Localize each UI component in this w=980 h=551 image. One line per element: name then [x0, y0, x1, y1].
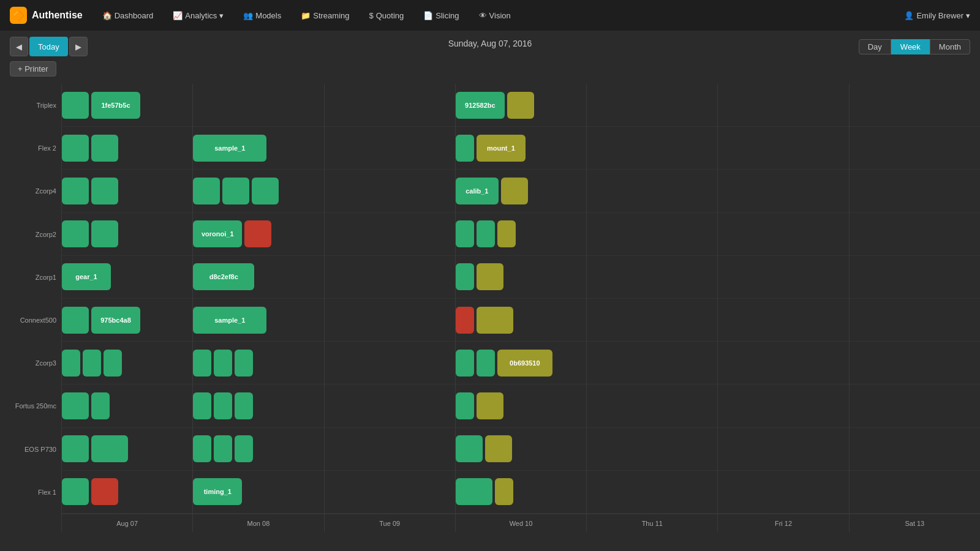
job-block[interactable] [91, 435, 128, 462]
job-block[interactable] [456, 392, 474, 419]
job-block[interactable]: 975bc4a8 [91, 307, 140, 334]
job-block[interactable]: timing_1 [193, 478, 242, 505]
day-column [324, 84, 455, 514]
today-button[interactable]: Today [29, 37, 68, 56]
printer-row-stripe [325, 84, 455, 127]
nav-models[interactable]: 👥 Models [236, 7, 288, 24]
job-block[interactable] [62, 135, 89, 162]
nav-dashboard[interactable]: 🏠 Dashboard [95, 7, 161, 24]
job-block[interactable] [456, 350, 474, 377]
printer-row-stripe [456, 428, 586, 471]
job-block[interactable] [214, 350, 232, 377]
job-block[interactable] [477, 263, 503, 290]
printer-row-stripe [456, 213, 586, 256]
job-block[interactable] [235, 350, 253, 377]
printer-row-stripe [325, 428, 455, 471]
job-block[interactable] [91, 392, 110, 419]
job-block[interactable] [485, 435, 512, 462]
job-block[interactable] [456, 220, 474, 247]
job-block[interactable] [214, 435, 232, 462]
printer-row-stripe: gear_1 [62, 256, 192, 299]
job-block[interactable] [62, 92, 89, 119]
job-block[interactable] [235, 435, 253, 462]
job-block[interactable] [62, 392, 89, 419]
view-month-button[interactable]: Month [930, 39, 970, 54]
job-block[interactable] [91, 178, 118, 204]
job-block[interactable] [477, 392, 503, 419]
nav-vision[interactable]: 👁 Vision [472, 7, 518, 24]
job-block[interactable] [477, 220, 495, 247]
printer-row-stripe: 912582bc [456, 84, 586, 127]
printer-label: Zcorp4 [5, 171, 56, 211]
job-block[interactable] [193, 178, 220, 204]
job-block[interactable] [477, 350, 495, 377]
job-block[interactable] [456, 135, 474, 162]
printer-row-stripe [718, 127, 848, 170]
job-block[interactable]: 1fe57b5c [91, 92, 140, 119]
printer-row-stripe [62, 471, 192, 514]
job-block[interactable] [62, 478, 89, 505]
printer-row-stripe: voronoi_1 [193, 213, 323, 256]
job-block[interactable] [193, 435, 211, 462]
printer-row-stripe [325, 213, 455, 256]
printer-row-stripe [718, 342, 848, 384]
job-block[interactable] [91, 220, 118, 247]
job-block[interactable]: voronoi_1 [193, 220, 242, 247]
job-block[interactable] [214, 392, 232, 419]
job-block[interactable] [497, 220, 516, 247]
next-button[interactable]: ▶ [69, 37, 88, 56]
view-week-button[interactable]: Week [891, 39, 930, 54]
printer-row-stripe [718, 471, 848, 514]
job-block[interactable] [495, 478, 513, 505]
job-block[interactable] [193, 350, 211, 377]
job-block[interactable] [91, 135, 118, 162]
date-title: Sunday, Aug 07, 2016 [448, 39, 532, 48]
job-block[interactable] [193, 392, 211, 419]
job-block[interactable] [91, 478, 118, 505]
nav-quoting[interactable]: $ Quoting [361, 7, 411, 24]
printer-label: Flex 1 [5, 473, 56, 512]
job-block[interactable] [62, 435, 89, 462]
printer-row-stripe [850, 127, 980, 170]
printer-rows [718, 84, 848, 514]
job-block[interactable]: sample_1 [193, 307, 266, 334]
job-block[interactable] [244, 220, 271, 247]
nav-analytics[interactable]: 📈 Analytics ▾ [165, 7, 231, 24]
job-block[interactable] [456, 307, 474, 334]
job-block[interactable]: calib_1 [456, 178, 499, 204]
job-block[interactable] [507, 92, 534, 119]
printer-rows [325, 84, 455, 514]
job-block[interactable]: 0b693510 [497, 350, 552, 377]
job-block[interactable] [62, 178, 89, 204]
job-block[interactable] [62, 350, 80, 377]
printer-row-stripe [850, 342, 980, 384]
job-block[interactable] [104, 350, 122, 377]
job-block[interactable]: mount_1 [477, 135, 526, 162]
brand: 🔶 Authentise [10, 7, 83, 24]
job-block[interactable]: 912582bc [456, 92, 505, 119]
job-block[interactable] [222, 178, 249, 204]
job-block[interactable] [83, 350, 101, 377]
prev-button[interactable]: ◀ [10, 37, 28, 56]
job-block[interactable] [252, 178, 279, 204]
printer-row-stripe [62, 428, 192, 471]
user-menu[interactable]: 👤 Emily Brewer ▾ [904, 11, 970, 20]
job-block[interactable] [62, 220, 89, 247]
job-block[interactable] [456, 478, 492, 505]
job-block[interactable]: gear_1 [62, 263, 111, 290]
job-block[interactable]: sample_1 [193, 135, 266, 162]
printer-label: Connext500 [5, 301, 56, 340]
job-block[interactable] [501, 178, 528, 204]
view-day-button[interactable]: Day [859, 39, 891, 54]
add-printer-button[interactable]: + Printer [10, 61, 56, 77]
job-block[interactable] [235, 392, 253, 419]
job-block[interactable] [456, 435, 483, 462]
nav-slicing[interactable]: 📄 Slicing [416, 7, 466, 24]
job-block[interactable] [62, 307, 89, 334]
job-block[interactable] [477, 307, 513, 334]
job-block[interactable]: d8c2ef8c [193, 263, 254, 290]
nav-streaming[interactable]: 📁 Streaming [293, 7, 356, 24]
printer-row-stripe [587, 299, 717, 342]
printer-row-stripe [62, 127, 192, 170]
job-block[interactable] [456, 263, 474, 290]
